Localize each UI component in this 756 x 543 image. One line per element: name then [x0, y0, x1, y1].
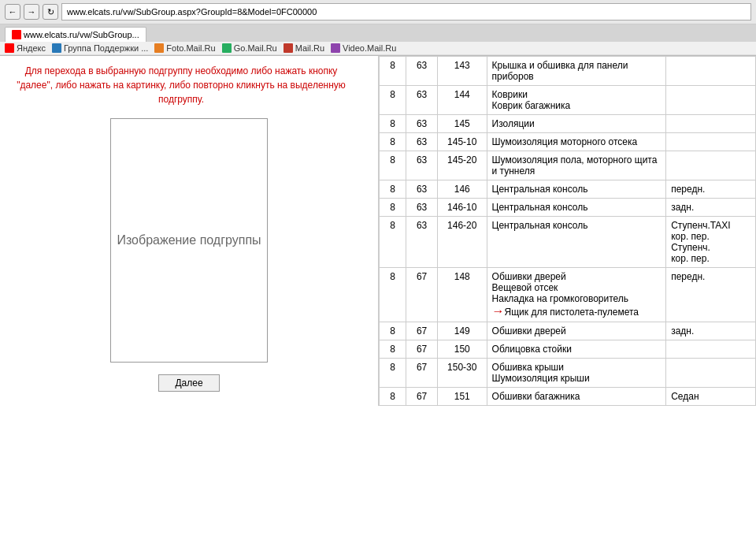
col-group: 63 [406, 115, 438, 133]
go-favicon [222, 43, 232, 53]
yandex-favicon [5, 43, 14, 53]
col-name[interactable]: Облицовка стойки [487, 340, 666, 359]
subgroup-image[interactable]: Изображение подгруппы [110, 118, 268, 363]
support-favicon [52, 43, 61, 53]
col-num: 8 [380, 268, 406, 322]
col-name[interactable]: Центральная консоль [487, 217, 666, 268]
right-panel: 863143Крышка и обшивка для панели прибор… [378, 56, 756, 406]
bookmarks-bar: Яндекс Группа Поддержки ... Foto.Mail.Ru… [0, 42, 756, 55]
col-name[interactable]: Обшивки багажника [487, 388, 666, 406]
bookmark-support[interactable]: Группа Поддержки ... [52, 43, 148, 53]
bookmark-mailru-label: Mail.Ru [295, 43, 324, 53]
table-row: 863145-20Шумоизоляция пола, моторного щи… [380, 151, 756, 180]
bookmark-yandex[interactable]: Яндекс [5, 43, 46, 53]
col-num: 8 [380, 199, 406, 217]
parts-table: 863143Крышка и обшивка для панели прибор… [379, 56, 756, 406]
col-group: 67 [406, 388, 438, 406]
bookmark-foto-label: Foto.Mail.Ru [166, 43, 215, 53]
mailru-favicon [284, 43, 293, 53]
col-id: 151 [437, 388, 487, 406]
col-id: 150 [437, 340, 487, 359]
col-id: 145-10 [437, 133, 487, 151]
table-row: 863145-10Шумоизоляция моторного отсека [380, 133, 756, 151]
col-spec: передн. [666, 180, 756, 199]
col-num: 8 [380, 359, 406, 388]
bookmark-mailru[interactable]: Mail.Ru [284, 43, 324, 53]
col-id: 145-20 [437, 151, 487, 180]
col-id: 146 [437, 180, 487, 199]
table-row: 863146-20Центральная консольСтупенч.TAXI… [380, 217, 756, 268]
left-panel: Для перехода в выбранную подгруппу необх… [0, 56, 378, 406]
col-spec [666, 115, 756, 133]
bookmark-yandex-label: Яндекс [17, 43, 46, 53]
col-id: 145 [437, 115, 487, 133]
col-name[interactable]: Изоляции [487, 115, 666, 133]
table-row: 863143Крышка и обшивка для панели прибор… [380, 57, 756, 86]
col-spec: задн. [666, 199, 756, 217]
col-name[interactable]: Обшивки дверей [487, 322, 666, 340]
col-spec [666, 133, 756, 151]
col-group: 63 [406, 199, 438, 217]
col-group: 63 [406, 133, 438, 151]
col-spec [666, 340, 756, 359]
tab-label: www.elcats.ru/vw/SubGroup... [24, 30, 139, 39]
bookmark-foto[interactable]: Foto.Mail.Ru [154, 43, 215, 53]
col-num: 8 [380, 57, 406, 86]
arrow-icon: → [492, 304, 505, 318]
forward-button[interactable]: → [24, 4, 39, 20]
col-name[interactable]: Крышка и обшивка для панели приборов [487, 57, 666, 86]
col-group: 63 [406, 217, 438, 268]
foto-favicon [154, 43, 164, 53]
col-name[interactable]: Центральная консоль [487, 180, 666, 199]
col-spec: задн. [666, 322, 756, 340]
instruction-text: Для перехода в выбранную подгруппу необх… [8, 64, 354, 106]
bookmark-video[interactable]: Video.Mail.Ru [331, 43, 396, 53]
col-spec: Седан [666, 388, 756, 406]
col-group: 63 [406, 86, 438, 115]
table-row: 867150-30Обшивка крышиШумоизоляция крыши [380, 359, 756, 388]
table-row: 863144КоврикиКоврик багажника [380, 86, 756, 115]
table-row: 863146Центральная консольпередн. [380, 180, 756, 199]
col-spec [666, 86, 756, 115]
col-num: 8 [380, 86, 406, 115]
col-group: 67 [406, 340, 438, 359]
bookmark-go-label: Go.Mail.Ru [234, 43, 277, 53]
col-spec [666, 57, 756, 86]
tabs-bar: www.elcats.ru/vw/SubGroup... [0, 24, 756, 42]
refresh-button[interactable]: ↻ [43, 4, 58, 20]
col-spec: передн. [666, 268, 756, 322]
back-button[interactable]: ← [5, 4, 20, 20]
col-spec: Ступенч.TAXIкор. пер.Ступенч.кор. пер. [666, 217, 756, 268]
col-id: 148 [437, 268, 487, 322]
col-name[interactable]: Центральная консоль [487, 199, 666, 217]
col-id: 144 [437, 86, 487, 115]
col-group: 63 [406, 151, 438, 180]
col-num: 8 [380, 180, 406, 199]
bookmark-go[interactable]: Go.Mail.Ru [222, 43, 277, 53]
col-name[interactable]: Шумоизоляция моторного отсека [487, 133, 666, 151]
table-row: 867151Обшивки багажникаСедан [380, 388, 756, 406]
col-group: 67 [406, 268, 438, 322]
next-button[interactable]: Далее [158, 374, 219, 392]
address-bar[interactable] [61, 3, 751, 20]
bookmark-support-label: Группа Поддержки ... [64, 43, 148, 53]
bookmark-video-label: Video.Mail.Ru [343, 43, 396, 53]
table-row: 867149Обшивки дверейзадн. [380, 322, 756, 340]
col-group: 63 [406, 57, 438, 86]
col-id: 143 [437, 57, 487, 86]
table-row: 867150Облицовка стойки [380, 340, 756, 359]
col-name[interactable]: КоврикиКоврик багажника [487, 86, 666, 115]
active-tab[interactable]: www.elcats.ru/vw/SubGroup... [5, 27, 146, 42]
table-row: 863145Изоляции [380, 115, 756, 133]
col-id: 150-30 [437, 359, 487, 388]
col-name[interactable]: Обшивка крышиШумоизоляция крыши [487, 359, 666, 388]
col-id: 149 [437, 322, 487, 340]
main-content: Для перехода в выбранную подгруппу необх… [0, 56, 756, 406]
image-placeholder-text: Изображение подгруппы [117, 233, 261, 247]
tab-favicon [12, 30, 21, 39]
col-num: 8 [380, 151, 406, 180]
col-name[interactable]: Шумоизоляция пола, моторного щита и тунн… [487, 151, 666, 180]
table-row: 863146-10Центральная консользадн. [380, 199, 756, 217]
col-num: 8 [380, 340, 406, 359]
col-name[interactable]: Обшивки дверейВещевой отсекНакладка на г… [487, 268, 666, 322]
